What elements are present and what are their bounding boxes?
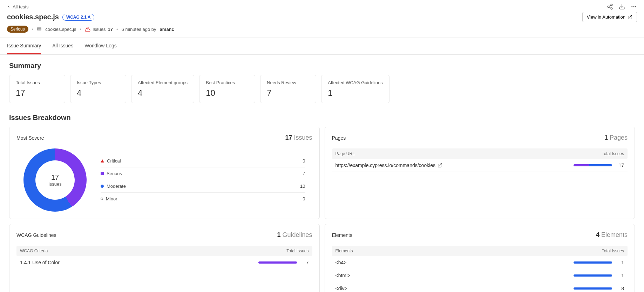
svg-point-2 — [611, 8, 612, 9]
stat-value: 4 — [77, 88, 120, 98]
col-elements: Elements — [335, 248, 353, 253]
donut-center-value: 17 — [51, 173, 59, 181]
row-issues-value: 8 — [617, 286, 624, 291]
col-page-url: Page URL — [335, 151, 355, 156]
svg-point-0 — [611, 4, 612, 6]
external-link-icon — [628, 15, 632, 20]
legend-critical: Critical 0 — [101, 155, 305, 167]
row-issues-value: 1 — [617, 273, 624, 278]
severity-donut-chart: 17 Issues — [23, 148, 87, 212]
back-link[interactable]: All tests — [7, 4, 29, 9]
issues-label: Issues — [93, 27, 106, 32]
tab-workflow-logs[interactable]: Workflow Logs — [84, 38, 117, 54]
view-in-automation-button[interactable]: View in Automation — [582, 12, 637, 22]
svg-point-8 — [635, 6, 636, 7]
element-name: <div> — [335, 286, 347, 291]
minor-marker-icon — [101, 198, 103, 200]
element-name: <h4> — [335, 260, 347, 265]
svg-point-1 — [608, 6, 609, 8]
file-icon — [37, 27, 42, 32]
stat-issue-types: Issue Types 4 — [70, 75, 126, 103]
panel-pages: Pages 1 Pages Page URL Total Issues http… — [325, 127, 635, 219]
stat-label: Issue Types — [77, 80, 120, 85]
issues-bar — [574, 164, 612, 166]
stat-label: Needs Review — [267, 80, 310, 85]
panel-elements: Elements 4 Elements Elements Total Issue… — [325, 224, 635, 292]
col-wcag-criteria: WCAG Criteria — [20, 248, 48, 253]
svg-rect-11 — [38, 29, 41, 30]
warning-triangle-icon — [85, 26, 90, 32]
stat-total-issues: Total Issues 17 — [9, 75, 65, 103]
issues-bar — [574, 261, 612, 264]
spec-file-name: cookies.spec.js — [45, 27, 76, 32]
tab-issue-summary[interactable]: Issue Summary — [7, 38, 41, 54]
issues-bar — [574, 274, 612, 277]
page-title: cookies.spec.js — [7, 13, 59, 21]
stat-value: 4 — [138, 88, 188, 98]
row-issues-value: 1 — [617, 260, 624, 265]
panel-most-severe: Most Severe 17 Issues 17 Issues Critical — [9, 127, 320, 219]
col-total-issues: Total Issues — [286, 248, 309, 253]
svg-point-6 — [631, 6, 632, 7]
table-row[interactable]: 1.4.1 Use of Color 7 — [16, 256, 312, 269]
stat-value: 7 — [267, 88, 310, 98]
stat-best-practices: Best Practices 10 — [199, 75, 255, 103]
stat-label: Affected WCAG Guidelines — [328, 80, 383, 85]
panel-count: 1 Pages — [604, 134, 628, 141]
view-in-automation-label: View in Automation — [587, 14, 625, 20]
table-row[interactable]: <h4> 1 — [332, 256, 628, 269]
severity-badge: Serious — [7, 26, 28, 33]
legend-moderate: Moderate 10 — [101, 180, 305, 193]
table-row[interactable]: <div> 8 — [332, 282, 628, 292]
svg-point-7 — [633, 6, 635, 7]
external-link-icon[interactable] — [438, 163, 442, 168]
row-issues-value: 17 — [617, 162, 624, 168]
svg-line-4 — [609, 5, 611, 6]
stat-wcag-guidelines: Affected WCAG Guidelines 1 — [321, 75, 389, 103]
author: amanc — [160, 27, 174, 32]
panel-title: Pages — [332, 135, 346, 141]
back-label: All tests — [13, 4, 29, 9]
donut-center-label: Issues — [48, 181, 62, 187]
more-icon[interactable] — [631, 4, 637, 10]
download-icon[interactable] — [619, 4, 625, 10]
serious-marker-icon — [101, 172, 104, 175]
critical-marker-icon — [101, 159, 104, 162]
panel-title: Elements — [332, 232, 352, 238]
issues-count: 17 — [108, 27, 113, 32]
svg-line-9 — [630, 15, 632, 17]
panel-wcag-guidelines: WCAG Guidelines 1 Guidelines WCAG Criter… — [9, 224, 320, 292]
stat-needs-review: Needs Review 7 — [260, 75, 316, 103]
col-total-issues: Total Issues — [602, 248, 624, 253]
breakdown-heading: Issues Breakdown — [9, 114, 635, 122]
panel-title: WCAG Guidelines — [16, 232, 56, 238]
row-issues-value: 7 — [302, 260, 309, 265]
table-row[interactable]: https://example.cypress.io/commands/cook… — [332, 159, 628, 172]
share-icon[interactable] — [607, 4, 613, 10]
page-url: https://example.cypress.io/commands/cook… — [335, 162, 436, 168]
stat-element-groups: Affected Element groups 4 — [131, 75, 194, 103]
svg-line-14 — [440, 164, 442, 166]
stat-label: Affected Element groups — [138, 80, 188, 85]
stat-value: 1 — [328, 88, 383, 98]
separator: • — [116, 27, 118, 32]
legend-minor: Minor 0 — [101, 193, 305, 205]
col-total-issues: Total Issues — [602, 151, 624, 156]
panel-count: 1 Guidelines — [277, 231, 312, 239]
panel-count: 4 Elements — [596, 231, 628, 239]
tab-all-issues[interactable]: All Issues — [52, 38, 73, 54]
wcag-badge: WCAG 2.1 A — [62, 14, 95, 21]
stat-label: Best Practices — [206, 80, 249, 85]
issues-bar — [574, 287, 612, 290]
issues-bar — [258, 261, 297, 264]
separator: • — [32, 27, 34, 32]
stat-value: 10 — [206, 88, 249, 98]
element-name: <html> — [335, 273, 351, 278]
stat-label: Total Issues — [16, 80, 59, 85]
chevron-left-icon — [7, 5, 11, 8]
table-row[interactable]: <html> 1 — [332, 269, 628, 282]
panel-count: 17 Issues — [285, 134, 312, 141]
timestamp: 6 minutes ago by — [122, 27, 156, 32]
svg-line-3 — [609, 7, 611, 8]
wcag-criteria: 1.4.1 Use of Color — [20, 260, 60, 265]
